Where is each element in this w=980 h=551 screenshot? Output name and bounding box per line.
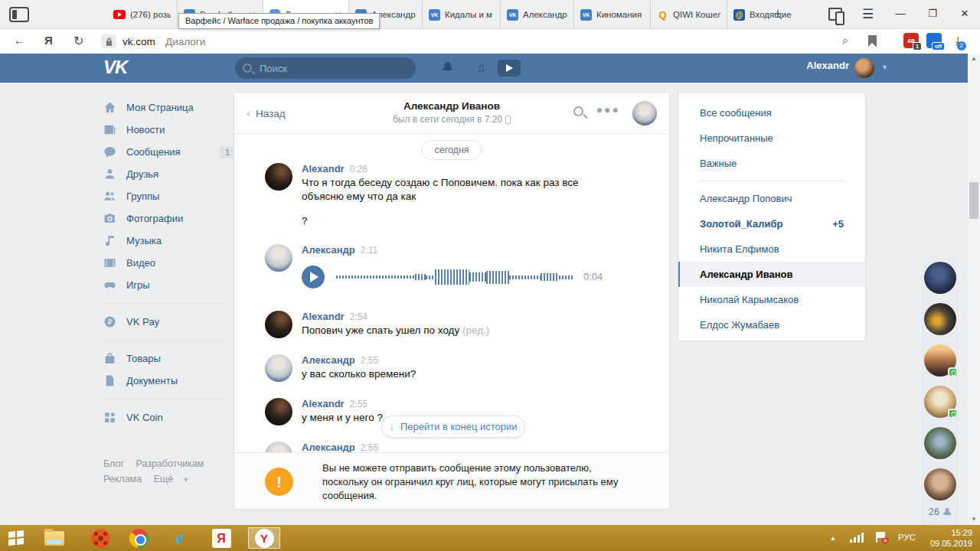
sidebar-item-music[interactable]: Музыка [103,230,230,252]
refresh-icon[interactable]: ↻ [74,34,83,48]
tab-qiwi[interactable]: QIWI Кошел [651,0,727,29]
downloads-icon[interactable]: ⤓ 2 [956,34,961,47]
sender-avatar[interactable] [265,354,292,382]
back-icon[interactable]: ← [14,34,25,47]
header-user-name[interactable]: Alexandr [806,60,849,71]
filter-important[interactable]: Важные [678,151,865,176]
start-button[interactable] [5,527,28,549]
sender-name[interactable]: Alexandr0:26 [302,163,368,174]
contact-row[interactable]: Золотой_Калибр+5 [678,211,865,236]
browser-menu-icon[interactable]: ☰ [862,6,874,22]
vpn-extension-icon[interactable]: off [926,33,942,48]
filter-all-messages[interactable]: Все сообщения [678,100,865,126]
footer-link-developers[interactable]: Разработчикам [136,458,204,469]
sender-name[interactable]: Александр2:55 [302,442,378,453]
window-maximize-button[interactable]: ❐ [917,0,948,28]
sender-name[interactable]: Alexandr2:55 [302,398,368,409]
sender-avatar[interactable] [265,163,292,191]
sidebar-item-photos[interactable]: Фотографии [103,207,230,230]
clock[interactable]: 15:29 09.05.2019 [930,527,972,549]
chevron-down-icon[interactable]: ▼ [881,64,887,70]
sidebar-item-messages[interactable]: Сообщения 1 [103,141,230,163]
jump-to-end-button[interactable]: ↓ Перейти в конец истории [381,416,525,438]
yandex-app-button[interactable]: Я [210,527,233,549]
sidebar-toggle-icon[interactable] [9,7,29,22]
audio-player-play-icon[interactable] [498,60,521,77]
filter-unread[interactable]: Непрочитанные [678,126,865,151]
folder-icon [44,531,64,546]
contact-row[interactable]: Николай Карымсаков [678,287,865,312]
scroll-up-icon[interactable]: ▲ [968,54,980,64]
sender-name[interactable]: Alexandr2:54 [302,311,368,322]
yandex-alpha-icon[interactable]: Я [44,34,53,47]
sidebar-item-groups[interactable]: Группы [103,185,230,207]
scroll-down-icon[interactable]: ▼ [968,514,980,525]
music-note-icon[interactable]: ♫ [476,60,486,76]
chat-more-icon[interactable]: ●●● [596,103,620,116]
side-panels-icon[interactable] [828,8,842,21]
chat-search-icon[interactable] [573,106,583,116]
qiwi-icon [657,9,668,21]
window-close-button[interactable]: ✕ [949,0,980,28]
footer-link-more[interactable]: Ещё [154,474,174,484]
window-minimize-button[interactable]: — [885,0,916,28]
media-player-button[interactable] [89,527,112,549]
sidebar-item-my-page[interactable]: Моя Страница [103,96,230,119]
page-scrollbar[interactable]: ▲ ▼ [968,54,980,525]
footer-link-blog[interactable]: Блог [103,458,124,469]
sender-avatar[interactable] [265,311,292,338]
friend-avatar[interactable] [924,468,956,500]
new-tab-button[interactable]: + [767,5,789,24]
voice-play-button[interactable] [302,266,325,289]
vk-icon [429,9,440,21]
chat-peer-avatar[interactable] [632,101,657,126]
friend-avatar[interactable] [924,344,956,377]
sidebar-item-news[interactable]: Новости 1 [103,119,230,141]
sidebar-item-video[interactable]: Видео [103,252,230,274]
header-user-avatar[interactable] [854,58,874,78]
sender-name[interactable]: Александр2:55 [302,354,378,366]
chrome-button[interactable] [127,527,150,549]
footer-link-ads[interactable]: Реклама [103,474,142,484]
sender-avatar[interactable] [265,398,292,425]
adblock-extension-icon[interactable]: AB 1 [903,33,919,48]
sidebar-item-vk-pay[interactable]: ₽ VK Pay [103,311,230,333]
ssl-lock-icon[interactable] [101,34,116,48]
tab-alexandr-2[interactable]: Александр [501,0,574,29]
vk-left-menu: Моя Страница Новости 1 Сообщения 1 Друзь… [103,96,230,429]
language-indicator[interactable]: РУС [898,533,916,542]
scrollbar-thumb[interactable] [969,182,978,219]
vk-search-input[interactable] [235,57,416,79]
contact-row[interactable]: Александр Попович [678,186,865,211]
vk-logo[interactable]: VK [103,57,127,78]
action-center-flag-icon[interactable]: ✕ [876,532,887,543]
sidebar-item-documents[interactable]: Документы [103,370,230,392]
friend-avatar[interactable] [924,386,956,418]
file-explorer-button[interactable] [43,527,66,549]
tab-youtube[interactable]: (276) розыг [107,0,178,29]
sidebar-item-friends[interactable]: Друзья [103,163,230,185]
address-domain[interactable]: vk.com [122,36,155,47]
sidebar-item-games[interactable]: Игры [103,274,230,296]
tab-kidaly[interactable]: Кидалы и м [423,0,501,29]
friend-avatar[interactable] [924,262,956,294]
page-zoom-icon[interactable]: ⌕ [842,34,848,47]
sender-name[interactable]: Александр2:11 [302,244,377,256]
notifications-bell-icon[interactable]: 🔔︎ [441,60,454,76]
contact-row-selected[interactable]: Александр Иванов [678,262,865,287]
contact-row[interactable]: Елдос Жумабаев [678,312,865,337]
tab-kinomania[interactable]: Киномания [574,0,651,29]
bookmark-flag-icon[interactable] [868,35,877,47]
voice-waveform[interactable] [336,266,573,289]
friends-online-count[interactable]: 26👤︎ [922,507,959,517]
network-signal-icon[interactable] [850,532,864,543]
friend-avatar[interactable] [924,303,956,335]
tray-expand-icon[interactable]: ▲ [830,535,836,542]
internet-explorer-button[interactable]: e [168,527,191,549]
sender-avatar[interactable] [265,244,292,272]
friend-avatar[interactable] [924,427,956,459]
yandex-browser-button-active[interactable]: Y [248,527,280,549]
sidebar-item-market[interactable]: Товары [103,347,230,370]
contact-row[interactable]: Никита Елфимов [678,236,865,262]
sidebar-item-vk-coin[interactable]: VK Coin [103,406,230,429]
